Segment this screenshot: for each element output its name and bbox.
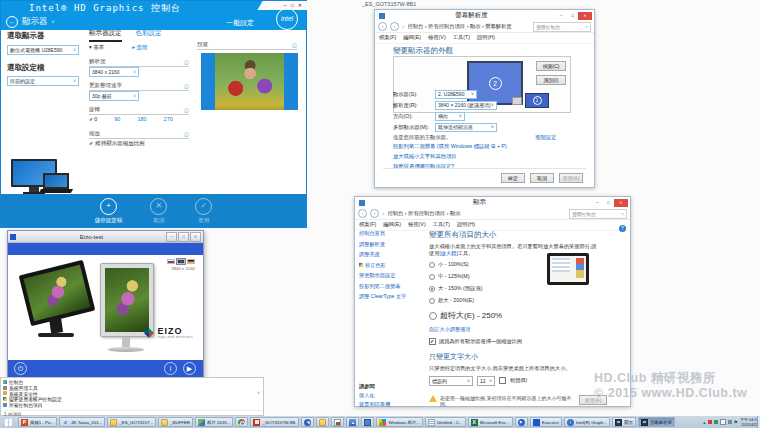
sidebar-task-link[interactable]: 調整亮度 — [359, 251, 425, 258]
rotation-option[interactable]: 270 — [164, 116, 173, 122]
info-icon[interactable]: ⓘ — [292, 43, 297, 48]
resolution-dropdown[interactable]: 3840 x 2160 ˅ — [89, 67, 139, 77]
search-input[interactable]: 搜尋控制台 ⌕ — [533, 22, 591, 32]
info-icon[interactable]: ⓘ — [184, 108, 189, 113]
sidebar-task-link[interactable]: 校正色彩 — [359, 262, 425, 269]
taskbar-button[interactable]: 螢幕解析度 — [638, 417, 675, 427]
sidebar-task-link[interactable]: 調整 ClearType 文字 — [359, 293, 425, 300]
taskbar-button[interactable] — [301, 417, 314, 427]
menu-item[interactable]: 編輯(E) — [383, 221, 401, 228]
tray-network-icon[interactable] — [728, 420, 732, 424]
advanced-settings-link[interactable]: 進階設定 — [535, 134, 556, 141]
related-link[interactable]: 放大或縮小文字和其他項目 — [393, 153, 507, 160]
scaling-option-checkbox[interactable]: 維持顯示器縮放比例 — [89, 140, 145, 147]
minimize-icon[interactable]: ─ — [556, 12, 567, 20]
see-also-link[interactable]: 裝置和印表機 — [359, 401, 390, 408]
intel-general-settings-link[interactable]: 一般設定 — [226, 18, 254, 28]
taskbar-button[interactable]: 顯示 — [612, 417, 636, 427]
form-row-dropdown[interactable]: 橫向 ˅ — [435, 112, 465, 121]
germany-flag-icon[interactable] — [187, 259, 195, 264]
menu-item[interactable]: 檔案(F) — [359, 221, 376, 228]
sidebar-task-link[interactable]: 變更顯示器設定 — [359, 272, 425, 279]
info-icon[interactable]: ⓘ — [184, 84, 189, 89]
taskbar-button[interactable]: Eizo-test — [530, 417, 562, 427]
scale-radio-option[interactable]: 中 - 125%(M) — [429, 273, 627, 280]
close-icon[interactable]: ✕ — [614, 199, 628, 207]
taskbar-button[interactable] — [515, 417, 528, 427]
rotation-option[interactable]: 0 — [89, 116, 97, 122]
taskbar-button[interactable]: Microsoft Exc... — [468, 417, 513, 427]
back-arrow-icon[interactable]: ‹ — [358, 209, 367, 218]
rotation-option[interactable]: 90 — [114, 116, 120, 122]
tray-app-icon[interactable] — [708, 420, 712, 424]
taskbar-button[interactable] — [316, 417, 329, 427]
menu-item[interactable]: 檢視(V) — [428, 34, 446, 41]
close-icon[interactable]: ✕ — [578, 12, 592, 20]
sidebar-task-link[interactable]: 控制台首頁 — [359, 230, 425, 237]
taskbar-button[interactable]: _GOT3157W-8B... — [250, 417, 299, 427]
tab-color-settings[interactable]: 色彩設定 — [136, 29, 162, 42]
power-button[interactable]: ⏻ — [14, 362, 27, 375]
taskbar-button[interactable]: Intel(R) Graph... — [564, 417, 610, 427]
back-arrow-icon[interactable]: ← — [6, 16, 18, 28]
footer-action-button[interactable]: + 儲存設定檔 — [95, 198, 123, 227]
tray-action-center-flag-icon[interactable]: ⚑ — [734, 419, 738, 425]
advanced-mode-toggle[interactable]: ▸ 進階 — [132, 44, 147, 51]
up-arrow-icon[interactable]: ↑ — [402, 24, 405, 30]
taskbar-button[interactable]: 4K Taiwa_201... — [59, 417, 105, 427]
menu-item[interactable]: 工具(T) — [453, 34, 470, 41]
uk-flag-icon[interactable] — [177, 259, 185, 264]
custom-sizing-link[interactable]: 自訂大小調整選項 — [429, 326, 627, 333]
up-arrow-icon[interactable]: ↑ — [382, 211, 385, 217]
related-link[interactable]: 投影到第二個螢幕 (或按 Windows 標誌鍵 ⊞ + P) — [393, 143, 507, 150]
sidebar-task-link[interactable]: 調整解析度 — [359, 241, 425, 248]
intel-section-title[interactable]: 顯示器 — [22, 16, 48, 28]
close-icon[interactable]: ✕ — [298, 2, 302, 8]
rotation-option[interactable]: 180 — [137, 116, 146, 122]
maximize-icon[interactable]: □ — [291, 2, 294, 8]
search-input[interactable]: 搜尋控制台 ⌕ — [569, 209, 627, 219]
form-row-dropdown[interactable]: 3840 × 2160 (建議選項) ˅ — [435, 101, 497, 110]
form-row-dropdown[interactable]: 2. U28E590 ˅ — [435, 90, 477, 99]
sidebar-task-link[interactable]: 投影到第二個螢幕 — [359, 283, 425, 290]
display-select-dropdown[interactable]: 數位式電視機 U28E590 ˅ — [7, 45, 79, 55]
menu-item[interactable]: 檔案(F) — [379, 34, 396, 41]
form-row-dropdown[interactable]: 延伸這些顯示器 ˅ — [435, 123, 497, 132]
scale-radio-option[interactable]: 小 - 100%(S) — [429, 261, 627, 268]
taskbar-button[interactable] — [1, 417, 16, 427]
footer-action-button[interactable]: ✕ 取消 — [150, 198, 167, 227]
taskbar-button[interactable] — [361, 417, 374, 427]
scale-radio-option[interactable]: 超特大(E) - 250% — [429, 310, 627, 321]
item-select-dropdown[interactable]: 標題列 ˅ — [429, 376, 473, 386]
taskbar-button[interactable] — [235, 417, 248, 427]
taskbar-button[interactable] — [346, 417, 359, 427]
bold-checkbox-icon[interactable] — [499, 377, 506, 384]
taskbar-button[interactable]: _ES_GOT3157... — [107, 417, 156, 427]
menu-item[interactable]: 編輯(E) — [403, 34, 421, 41]
all-displays-checkbox-row[interactable]: 讓我為所有顯示器選擇一個縮放比例 — [429, 338, 627, 345]
menu-item[interactable]: 工具(T) — [433, 221, 450, 228]
taskbar-button[interactable] — [331, 417, 344, 427]
apply-button[interactable]: 套用(A) — [559, 173, 583, 183]
forward-arrow-icon[interactable]: › — [370, 209, 379, 218]
info-button[interactable]: i — [164, 362, 177, 375]
breadcrumb[interactable]: 控制台 › 所有控制台項目 › 顯示 › 螢幕解析度 — [408, 23, 531, 30]
maximize-icon[interactable]: □ — [567, 12, 578, 20]
detect-button[interactable]: 偵測(C) — [536, 61, 566, 71]
maximize-icon[interactable]: □ — [603, 199, 614, 207]
scale-radio-option[interactable]: 大 - 150% (預設值) — [429, 285, 627, 292]
refresh-rate-dropdown[interactable]: 30p 赫茲 ˅ — [89, 91, 139, 101]
menu-item[interactable]: 說明(H) — [477, 34, 495, 41]
taskbar-button[interactable]: Windows 相片... — [376, 417, 422, 427]
chevron-down-icon[interactable]: ˅ — [257, 390, 260, 396]
magnifier-link[interactable]: [放大鏡] — [439, 250, 457, 256]
menu-item[interactable]: 說明(H) — [457, 221, 475, 228]
basic-mode-toggle[interactable]: ▾ 基本 — [89, 44, 104, 51]
footer-action-button[interactable]: ✓ 套用 — [195, 198, 212, 227]
taskbar-button[interactable]: 相片 2015... — [195, 417, 233, 427]
profile-select-dropdown[interactable]: 目前的設定 ˅ — [7, 76, 79, 86]
menu-item[interactable]: 檢視(V) — [408, 221, 426, 228]
russia-flag-icon[interactable] — [167, 259, 175, 264]
close-icon[interactable]: ✕ — [190, 232, 201, 242]
breadcrumb[interactable]: 控制台 › 所有控制台項目 › 顯示 — [388, 210, 567, 217]
